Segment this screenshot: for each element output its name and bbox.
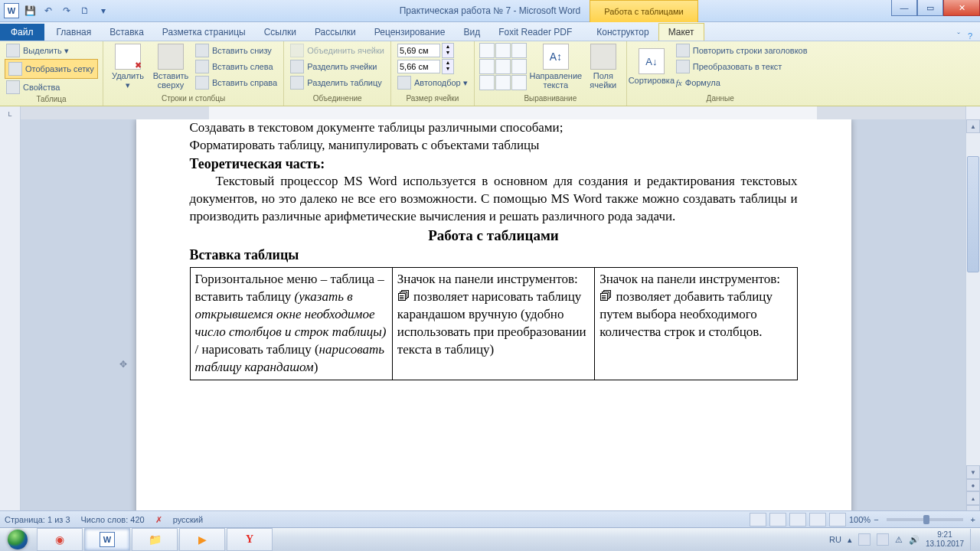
status-page[interactable]: Страница: 1 из 3 — [5, 515, 70, 524]
zoom-in-button[interactable]: + — [971, 515, 975, 524]
cell-margins-button[interactable]: Поля ячейки — [585, 43, 622, 90]
insert-below-button[interactable]: Вставить снизу — [194, 43, 279, 58]
prev-page-button[interactable]: ▴ — [966, 491, 980, 505]
zoom-level[interactable]: 100% — [849, 515, 871, 524]
zoom-slider[interactable] — [887, 518, 963, 521]
body-text: Форматировать таблицу, манипулировать с … — [190, 137, 798, 155]
page: ✥ Создавать в текстовом документе таблиц… — [136, 119, 851, 519]
insert-above-button[interactable]: Вставить сверху — [151, 43, 191, 90]
split-cells-button[interactable]: Разделить ячейки — [289, 59, 386, 74]
close-button[interactable]: ✕ — [943, 0, 980, 16]
tab-page-layout[interactable]: Разметка страницы — [153, 24, 255, 41]
table-cell[interactable]: Значок на панели инструментов: 🗊 позволя… — [595, 267, 797, 380]
tab-review[interactable]: Рецензирование — [365, 24, 455, 41]
row-height-input[interactable] — [397, 44, 440, 57]
proofing-icon[interactable]: ✗ — [155, 515, 162, 525]
show-desktop-button[interactable] — [970, 529, 977, 550]
select-button[interactable]: Выделить ▾ — [5, 43, 98, 58]
vertical-scrollbar[interactable]: ▲ ▼ ● ▴ ▾ — [965, 119, 980, 519]
workspace: ✥ Создавать в текстовом документе таблиц… — [0, 119, 966, 519]
tray-language[interactable]: RU — [829, 535, 841, 544]
file-tab[interactable]: Файл — [0, 24, 44, 41]
print-layout-view-button[interactable] — [750, 513, 766, 527]
status-bar: Страница: 1 из 3 Число слов: 420 ✗ русск… — [0, 510, 980, 528]
tab-foxit[interactable]: Foxit Reader PDF — [489, 24, 581, 41]
col-width-input[interactable] — [397, 60, 440, 73]
group-merge: Объединить ячейки Разделить ячейки Разде… — [284, 41, 391, 106]
taskbar-word[interactable]: W — [84, 528, 130, 551]
formula-button[interactable]: fxФормула — [675, 75, 809, 90]
table-cell[interactable]: Значок на панели инструментов: 🗊 позволя… — [392, 267, 594, 380]
tab-view[interactable]: Вид — [454, 24, 489, 41]
sort-icon: A↓ — [639, 48, 665, 74]
text-direction-button[interactable]: A↕Направление текста — [530, 43, 582, 90]
tray-clock[interactable]: 9:2113.10.2017 — [926, 530, 964, 549]
group-label-merge: Объединение — [289, 94, 386, 104]
tab-layout[interactable]: Макет — [658, 23, 704, 41]
table-cell[interactable]: Горизонтальное меню – таблица – вставить… — [190, 267, 392, 380]
vertical-ruler[interactable] — [0, 119, 21, 519]
insert-right-button[interactable]: Вставить справа — [194, 75, 279, 90]
minimize-button[interactable]: — — [891, 0, 917, 16]
status-words[interactable]: Число слов: 420 — [81, 515, 145, 524]
split-table-button[interactable]: Разделить таблицу — [289, 75, 386, 90]
taskbar-media-player[interactable]: ▶ — [179, 528, 225, 551]
save-icon[interactable]: 💾 — [21, 2, 38, 19]
repeat-header-icon — [676, 44, 690, 57]
scroll-thumb[interactable] — [967, 156, 979, 272]
outline-view-button[interactable] — [809, 513, 826, 527]
properties-button[interactable]: Свойства — [5, 80, 98, 95]
alignment-grid[interactable] — [479, 43, 527, 90]
taskbar-explorer[interactable]: 📁 — [132, 528, 178, 551]
sort-button[interactable]: A↓Сортировка — [632, 43, 671, 90]
undo-icon[interactable]: ↶ — [40, 2, 57, 19]
group-cell-size: ▲▼ ▲▼ Автоподбор ▾ Размер ячейки — [391, 41, 475, 106]
spinner-buttons[interactable]: ▲▼ — [442, 43, 454, 58]
status-language[interactable]: русский — [173, 515, 203, 524]
table-anchor-icon[interactable]: ✥ — [119, 358, 127, 370]
insert-left-button[interactable]: Вставить слева — [194, 59, 279, 74]
autofit-button[interactable]: Автоподбор ▾ — [396, 75, 469, 90]
help-icon[interactable]: ? — [968, 31, 972, 41]
split-table-icon — [290, 76, 304, 90]
scroll-up-button[interactable]: ▲ — [966, 119, 980, 133]
document-viewport[interactable]: ✥ Создавать в текстовом документе таблиц… — [21, 119, 966, 519]
start-button[interactable] — [0, 528, 35, 551]
redo-icon[interactable]: ↷ — [58, 2, 75, 19]
content-table[interactable]: Горизонтальное меню – таблица – вставить… — [190, 267, 798, 380]
browse-object-button[interactable]: ● — [966, 479, 980, 491]
spinner-buttons[interactable]: ▲▼ — [442, 59, 454, 74]
repeat-header-button[interactable]: Повторить строки заголовков — [675, 43, 809, 58]
web-view-button[interactable] — [789, 513, 806, 527]
delete-icon: ✖ — [115, 44, 141, 70]
taskbar-yandex[interactable]: Y — [227, 528, 273, 551]
draft-view-button[interactable] — [829, 513, 846, 527]
tray-network-icon[interactable]: ⚠ — [895, 535, 903, 545]
tab-insert[interactable]: Вставка — [100, 24, 153, 41]
delete-button[interactable]: ✖Удалить▾ — [108, 43, 148, 90]
scroll-track[interactable] — [966, 133, 980, 465]
tray-icon[interactable] — [858, 533, 871, 546]
zoom-out-button[interactable]: − — [874, 515, 878, 524]
merge-cells-button[interactable]: Объединить ячейки — [289, 43, 386, 58]
tab-references[interactable]: Ссылки — [255, 24, 305, 41]
tab-mailings[interactable]: Рассылки — [305, 24, 365, 41]
tab-home[interactable]: Главная — [47, 24, 101, 41]
view-gridlines-button[interactable]: Отобразить сетку — [5, 59, 98, 79]
tray-volume-icon[interactable]: 🔊 — [909, 535, 920, 545]
tab-design[interactable]: Конструктор — [587, 24, 658, 41]
cursor-icon — [6, 44, 20, 57]
fullscreen-view-button[interactable] — [769, 513, 786, 527]
taskbar-chrome[interactable]: ◉ — [37, 528, 83, 551]
maximize-button[interactable]: ▭ — [917, 0, 943, 16]
tray-icon[interactable] — [877, 533, 889, 546]
scroll-down-button[interactable]: ▼ — [966, 465, 980, 479]
qat-more-icon[interactable]: ▾ — [95, 2, 112, 19]
tray-expand-icon[interactable]: ▴ — [848, 535, 852, 545]
ribbon: Выделить ▾ Отобразить сетку Свойства Таб… — [0, 41, 980, 106]
minimize-ribbon-icon[interactable]: ˇ — [957, 31, 960, 41]
heading-insert-table: Вставка таблицы — [190, 246, 798, 264]
convert-to-text-button[interactable]: Преобразовать в текст — [675, 59, 809, 74]
heading-theory: Теоретическая часть: — [190, 155, 798, 173]
new-icon[interactable]: 🗋 — [77, 2, 93, 19]
